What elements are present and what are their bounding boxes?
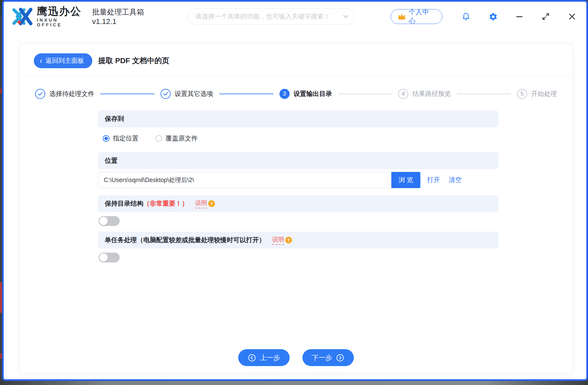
output-settings-form: 保存到 指定位置 覆盖原文件 位置 浏 览 打开 清空: [98, 110, 498, 262]
step-5-start-processing: 5 开始处理: [517, 89, 557, 99]
keep-structure-help[interactable]: 说明 ?: [195, 199, 215, 208]
settings-button[interactable]: [488, 12, 498, 21]
radio-specified-location[interactable]: 指定位置: [103, 134, 139, 143]
single-task-toggle[interactable]: [99, 253, 120, 262]
close-icon: [568, 12, 576, 21]
page-title: 提取 PDF 文档中的页: [98, 56, 169, 66]
step-1-select-files: 选择待处理文件: [35, 89, 94, 99]
function-search-box[interactable]: [188, 8, 355, 25]
location-header-label: 位置: [105, 156, 118, 165]
save-to-options: 指定位置 覆盖原文件: [103, 132, 498, 145]
single-task-label: 单任务处理（电脑配置较差或批量处理较慢时可以打开）: [105, 236, 265, 245]
bell-icon: [462, 12, 470, 21]
circle-arrow-right-icon: [336, 354, 344, 362]
step-indicator: 选择待处理文件 设置其它选项 3 设置输出目录 4 结果路径预览 5: [20, 77, 572, 101]
step-3-output-directory: 3 设置输出目录: [279, 89, 332, 99]
next-step-label: 下一步: [312, 353, 332, 362]
step-connector: [219, 94, 273, 94]
step-connector: [338, 94, 392, 94]
radio-unselected-icon[interactable]: [155, 135, 162, 142]
radio-overwrite-original[interactable]: 覆盖原文件: [155, 134, 198, 143]
app-window: 鹰迅办公 INXUN OFFICE 批量处理工具箱 v1.12.1 个人中心: [2, 0, 588, 381]
maximize-button[interactable]: [541, 12, 550, 21]
save-to-section-header: 保存到: [98, 110, 498, 127]
output-path-row: 浏 览 打开 清空: [98, 172, 498, 188]
single-task-help[interactable]: 说明 ?: [272, 235, 292, 245]
save-to-header-label: 保存到: [105, 114, 124, 123]
keep-structure-section-header: 保持目录结构 （非常重要！） 说明 ?: [98, 195, 498, 212]
brand-name-en: INXUN OFFICE: [37, 18, 85, 27]
brand-name-cn: 鹰迅办公: [37, 6, 85, 17]
toggle-knob: [99, 217, 108, 225]
main-panel: ‹ 返回到主面板 提取 PDF 文档中的页 选择待处理文件 设置其它选项: [19, 44, 573, 373]
wizard-footer: 上一步 下一步: [20, 349, 572, 373]
step-5-number: 5: [517, 89, 527, 99]
step-5-label: 开始处理: [531, 89, 557, 98]
chevron-down-icon[interactable]: [343, 14, 348, 20]
close-button[interactable]: [567, 12, 577, 21]
keep-structure-warning: （非常重要！）: [143, 199, 188, 208]
user-center-label: 个人中心: [409, 7, 435, 26]
gear-icon: [489, 12, 498, 21]
step-4-result-preview: 4 结果路径预览: [398, 89, 451, 99]
back-button-label: 返回到主面板: [46, 56, 84, 65]
top-bar: 鹰迅办公 INXUN OFFICE 批量处理工具箱 v1.12.1 个人中心: [4, 2, 586, 31]
step-4-label: 结果路径预览: [412, 89, 451, 98]
back-to-dashboard-button[interactable]: ‹ 返回到主面板: [34, 53, 92, 68]
question-mark-icon[interactable]: ?: [208, 200, 215, 207]
help-link-label[interactable]: 说明: [272, 235, 284, 245]
user-center-button[interactable]: 个人中心: [391, 9, 442, 24]
output-path-input[interactable]: [98, 172, 391, 188]
function-search-input[interactable]: [195, 13, 340, 20]
minimize-button[interactable]: [515, 12, 524, 21]
help-link-label[interactable]: 说明: [195, 199, 207, 208]
circle-arrow-left-icon: [248, 354, 256, 362]
single-task-section-header: 单任务处理（电脑配置较差或批量处理较慢时可以打开） 说明 ?: [98, 232, 498, 249]
keep-structure-label: 保持目录结构: [105, 199, 143, 208]
step-connector: [100, 94, 154, 94]
open-folder-link[interactable]: 打开: [427, 176, 440, 184]
step-3-number: 3: [279, 89, 290, 99]
step-2-check-icon: [161, 89, 171, 99]
step-2-label: 设置其它选项: [175, 89, 213, 98]
brand-name: 鹰迅办公 INXUN OFFICE: [37, 6, 85, 27]
crown-icon: [398, 13, 406, 20]
step-1-check-icon: [35, 89, 45, 99]
maximize-icon: [542, 12, 550, 21]
radio-selected-icon[interactable]: [103, 135, 109, 142]
toggle-knob: [99, 253, 108, 262]
browse-button[interactable]: 浏 览: [391, 172, 420, 188]
minimize-icon: [515, 12, 523, 21]
step-2-other-options: 设置其它选项: [161, 89, 213, 99]
chevron-left-icon: ‹: [40, 57, 42, 65]
previous-step-label: 上一步: [260, 353, 280, 362]
question-mark-icon[interactable]: ?: [285, 237, 292, 243]
step-4-number: 4: [398, 89, 408, 99]
clear-path-link[interactable]: 清空: [449, 176, 462, 184]
previous-step-button[interactable]: 上一步: [238, 349, 290, 366]
location-section-header: 位置: [98, 152, 498, 169]
step-1-label: 选择待处理文件: [49, 89, 94, 98]
next-step-button[interactable]: 下一步: [302, 349, 354, 366]
app-title: 批量处理工具箱 v1.12.1: [92, 7, 169, 26]
panel-header: ‹ 返回到主面板 提取 PDF 文档中的页: [20, 44, 572, 77]
app-logo-icon: [13, 7, 33, 26]
step-3-label: 设置输出目录: [294, 89, 332, 98]
radio-overwrite-original-label: 覆盖原文件: [166, 134, 198, 143]
notification-bell-button[interactable]: [461, 12, 471, 21]
radio-specified-location-label: 指定位置: [113, 134, 139, 143]
step-connector: [457, 94, 511, 94]
keep-structure-toggle[interactable]: [99, 216, 120, 226]
